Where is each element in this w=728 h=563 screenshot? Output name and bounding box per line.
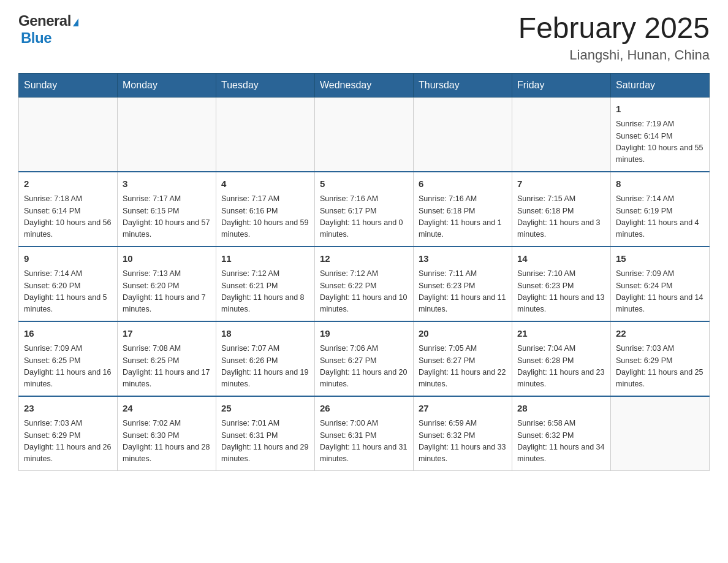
calendar-cell (512, 97, 611, 172)
day-number: 28 (517, 402, 605, 416)
day-info: Sunrise: 7:14 AM Sunset: 6:20 PM Dayligh… (24, 268, 112, 316)
day-info: Sunrise: 7:15 AM Sunset: 6:18 PM Dayligh… (517, 193, 605, 241)
weekday-header-row: SundayMondayTuesdayWednesdayThursdayFrid… (19, 73, 710, 97)
weekday-header-saturday: Saturday (611, 73, 710, 97)
day-number: 17 (123, 327, 211, 341)
day-info: Sunrise: 7:18 AM Sunset: 6:14 PM Dayligh… (24, 193, 112, 241)
calendar-cell: 11Sunrise: 7:12 AM Sunset: 6:21 PM Dayli… (216, 247, 315, 321)
calendar-cell: 5Sunrise: 7:16 AM Sunset: 6:17 PM Daylig… (315, 172, 414, 247)
logo-arrow-icon (73, 18, 78, 26)
day-info: Sunrise: 7:09 AM Sunset: 6:24 PM Dayligh… (616, 268, 704, 316)
weekday-header-wednesday: Wednesday (315, 73, 414, 97)
day-info: Sunrise: 7:02 AM Sunset: 6:30 PM Dayligh… (123, 418, 211, 465)
calendar-cell (315, 97, 414, 172)
day-number: 10 (123, 252, 211, 266)
calendar-cell: 19Sunrise: 7:06 AM Sunset: 6:27 PM Dayli… (315, 321, 414, 396)
day-info: Sunrise: 6:59 AM Sunset: 6:32 PM Dayligh… (419, 418, 507, 465)
day-info: Sunrise: 7:10 AM Sunset: 6:23 PM Dayligh… (517, 268, 605, 316)
calendar-cell: 8Sunrise: 7:14 AM Sunset: 6:19 PM Daylig… (611, 172, 710, 247)
calendar-cell: 3Sunrise: 7:17 AM Sunset: 6:15 PM Daylig… (118, 172, 216, 247)
calendar-cell: 13Sunrise: 7:11 AM Sunset: 6:23 PM Dayli… (414, 247, 512, 321)
logo-general-text: General (18, 12, 71, 29)
day-number: 16 (24, 327, 112, 341)
calendar-cell (118, 97, 216, 172)
day-number: 13 (419, 252, 507, 266)
day-info: Sunrise: 7:03 AM Sunset: 6:29 PM Dayligh… (616, 343, 704, 391)
day-number: 24 (123, 402, 211, 416)
day-info: Sunrise: 7:05 AM Sunset: 6:27 PM Dayligh… (419, 343, 507, 391)
day-info: Sunrise: 7:12 AM Sunset: 6:22 PM Dayligh… (320, 268, 408, 316)
day-info: Sunrise: 7:00 AM Sunset: 6:31 PM Dayligh… (320, 418, 408, 465)
week-row-4: 16Sunrise: 7:09 AM Sunset: 6:25 PM Dayli… (19, 321, 710, 396)
calendar-cell (216, 97, 315, 172)
day-info: Sunrise: 7:03 AM Sunset: 6:29 PM Dayligh… (24, 418, 112, 465)
calendar-title: February 2025 (518, 12, 710, 45)
calendar-cell: 26Sunrise: 7:00 AM Sunset: 6:31 PM Dayli… (315, 396, 414, 471)
calendar-cell: 2Sunrise: 7:18 AM Sunset: 6:14 PM Daylig… (19, 172, 118, 247)
day-number: 7 (517, 177, 605, 191)
day-number: 20 (419, 327, 507, 341)
day-number: 22 (616, 327, 704, 341)
logo-blue-text: Blue (21, 29, 51, 47)
day-info: Sunrise: 7:11 AM Sunset: 6:23 PM Dayligh… (419, 268, 507, 316)
day-info: Sunrise: 7:17 AM Sunset: 6:15 PM Dayligh… (123, 193, 211, 241)
day-number: 3 (123, 177, 211, 191)
day-info: Sunrise: 7:19 AM Sunset: 6:14 PM Dayligh… (616, 118, 704, 166)
week-row-2: 2Sunrise: 7:18 AM Sunset: 6:14 PM Daylig… (19, 172, 710, 247)
calendar-cell: 18Sunrise: 7:07 AM Sunset: 6:26 PM Dayli… (216, 321, 315, 396)
calendar-cell: 16Sunrise: 7:09 AM Sunset: 6:25 PM Dayli… (19, 321, 118, 396)
calendar-cell: 21Sunrise: 7:04 AM Sunset: 6:28 PM Dayli… (512, 321, 611, 396)
day-info: Sunrise: 7:12 AM Sunset: 6:21 PM Dayligh… (221, 268, 309, 316)
weekday-header-monday: Monday (118, 73, 216, 97)
day-number: 4 (221, 177, 309, 191)
day-number: 14 (517, 252, 605, 266)
calendar-title-block: February 2025 Liangshi, Hunan, China (518, 12, 710, 63)
day-number: 25 (221, 402, 309, 416)
day-info: Sunrise: 7:04 AM Sunset: 6:28 PM Dayligh… (517, 343, 605, 391)
day-info: Sunrise: 7:07 AM Sunset: 6:26 PM Dayligh… (221, 343, 309, 391)
logo: General Blue (18, 12, 78, 47)
day-number: 26 (320, 402, 408, 416)
calendar-cell: 7Sunrise: 7:15 AM Sunset: 6:18 PM Daylig… (512, 172, 611, 247)
day-number: 8 (616, 177, 704, 191)
day-number: 18 (221, 327, 309, 341)
day-info: Sunrise: 7:16 AM Sunset: 6:17 PM Dayligh… (320, 193, 408, 241)
calendar-cell: 22Sunrise: 7:03 AM Sunset: 6:29 PM Dayli… (611, 321, 710, 396)
week-row-1: 1Sunrise: 7:19 AM Sunset: 6:14 PM Daylig… (19, 97, 710, 172)
weekday-header-thursday: Thursday (414, 73, 512, 97)
day-info: Sunrise: 7:17 AM Sunset: 6:16 PM Dayligh… (221, 193, 309, 241)
day-info: Sunrise: 7:13 AM Sunset: 6:20 PM Dayligh… (123, 268, 211, 316)
day-number: 2 (24, 177, 112, 191)
calendar-cell: 1Sunrise: 7:19 AM Sunset: 6:14 PM Daylig… (611, 97, 710, 172)
calendar-cell: 24Sunrise: 7:02 AM Sunset: 6:30 PM Dayli… (118, 396, 216, 471)
calendar-cell: 6Sunrise: 7:16 AM Sunset: 6:18 PM Daylig… (414, 172, 512, 247)
calendar-cell (611, 396, 710, 471)
calendar-cell: 20Sunrise: 7:05 AM Sunset: 6:27 PM Dayli… (414, 321, 512, 396)
calendar-subtitle: Liangshi, Hunan, China (518, 47, 710, 63)
day-number: 23 (24, 402, 112, 416)
day-number: 9 (24, 252, 112, 266)
calendar-cell: 12Sunrise: 7:12 AM Sunset: 6:22 PM Dayli… (315, 247, 414, 321)
day-info: Sunrise: 7:06 AM Sunset: 6:27 PM Dayligh… (320, 343, 408, 391)
calendar-cell: 17Sunrise: 7:08 AM Sunset: 6:25 PM Dayli… (118, 321, 216, 396)
calendar-cell: 15Sunrise: 7:09 AM Sunset: 6:24 PM Dayli… (611, 247, 710, 321)
day-number: 19 (320, 327, 408, 341)
day-info: Sunrise: 7:14 AM Sunset: 6:19 PM Dayligh… (616, 193, 704, 241)
day-number: 11 (221, 252, 309, 266)
calendar-cell (19, 97, 118, 172)
calendar-table: SundayMondayTuesdayWednesdayThursdayFrid… (18, 73, 710, 471)
day-number: 6 (419, 177, 507, 191)
calendar-cell (414, 97, 512, 172)
week-row-5: 23Sunrise: 7:03 AM Sunset: 6:29 PM Dayli… (19, 396, 710, 471)
calendar-cell: 25Sunrise: 7:01 AM Sunset: 6:31 PM Dayli… (216, 396, 315, 471)
page-header: General Blue February 2025 Liangshi, Hun… (18, 12, 710, 63)
day-number: 1 (616, 102, 704, 117)
weekday-header-tuesday: Tuesday (216, 73, 315, 97)
weekday-header-friday: Friday (512, 73, 611, 97)
weekday-header-sunday: Sunday (19, 73, 118, 97)
calendar-cell: 9Sunrise: 7:14 AM Sunset: 6:20 PM Daylig… (19, 247, 118, 321)
day-number: 12 (320, 252, 408, 266)
week-row-3: 9Sunrise: 7:14 AM Sunset: 6:20 PM Daylig… (19, 247, 710, 321)
calendar-cell: 10Sunrise: 7:13 AM Sunset: 6:20 PM Dayli… (118, 247, 216, 321)
calendar-cell: 14Sunrise: 7:10 AM Sunset: 6:23 PM Dayli… (512, 247, 611, 321)
